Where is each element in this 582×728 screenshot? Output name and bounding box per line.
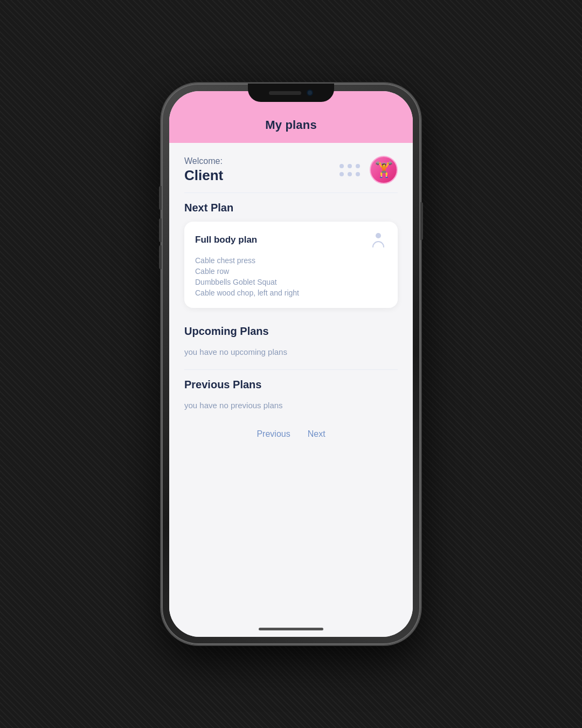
upcoming-plans-empty: you have no upcoming plans	[184, 345, 398, 365]
next-plan-title: Next Plan	[184, 202, 398, 214]
phone-container: My plans Welcome: Client	[162, 84, 420, 644]
camera	[307, 90, 313, 96]
upcoming-plans-section: Upcoming Plans you have no upcoming plan…	[169, 317, 413, 369]
avatar-icon: 🏋️	[375, 162, 393, 177]
exercise-item: Cable row	[195, 266, 387, 277]
plan-card-title: Full body plan	[195, 235, 257, 245]
page-title: My plans	[169, 118, 413, 132]
exercise-list: Cable chest press Cable row Dumbbells Go…	[195, 255, 387, 298]
svg-point-0	[376, 233, 381, 238]
home-bar	[259, 628, 323, 630]
upcoming-plans-title: Upcoming Plans	[184, 325, 398, 338]
dot-3	[356, 164, 360, 168]
plan-card-header: Full body plan	[195, 231, 387, 249]
dot-5	[348, 172, 352, 176]
welcome-name: Client	[184, 167, 223, 184]
dot-2	[348, 164, 352, 168]
dot-4	[340, 172, 344, 176]
previous-plans-empty: you have no previous plans	[184, 399, 398, 418]
previous-plans-section: Previous Plans you have no previous plan…	[169, 370, 413, 423]
person-icon	[370, 231, 387, 249]
phone-screen: My plans Welcome: Client	[169, 91, 413, 637]
next-plan-section: Next Plan Full body plan Cable chest pre…	[169, 193, 413, 317]
welcome-text: Welcome: Client	[184, 156, 223, 184]
next-button[interactable]: Next	[303, 427, 330, 441]
nav-buttons: Previous Next	[169, 423, 413, 452]
home-indicator	[169, 621, 413, 637]
avatar: 🏋️	[370, 156, 398, 184]
welcome-right: 🏋️	[340, 156, 398, 184]
dot-6	[356, 172, 360, 176]
plan-card[interactable]: Full body plan Cable chest press Cable r…	[184, 222, 398, 308]
previous-button[interactable]: Previous	[252, 427, 294, 441]
scroll-content[interactable]: Welcome: Client 🏋️	[169, 143, 413, 621]
notch	[248, 84, 334, 102]
welcome-label: Welcome:	[184, 156, 223, 166]
exercise-item: Cable wood chop, left and right	[195, 287, 387, 298]
welcome-section: Welcome: Client 🏋️	[169, 143, 413, 193]
exercise-item: Dumbbells Goblet Squat	[195, 277, 387, 287]
speaker	[269, 91, 301, 95]
dots-grid	[340, 164, 360, 176]
previous-plans-title: Previous Plans	[184, 379, 398, 391]
exercise-item: Cable chest press	[195, 255, 387, 266]
dot-1	[340, 164, 344, 168]
